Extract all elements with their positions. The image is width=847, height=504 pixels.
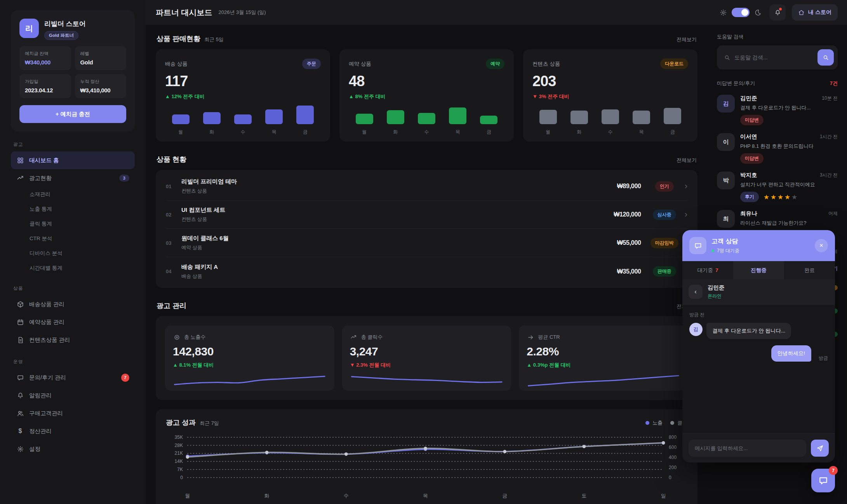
sidebar-item-settlement[interactable]: $ 정산관리 — [11, 422, 135, 440]
sales-section-subtitle: 최근 5일 — [204, 36, 224, 43]
impressions-sparkline — [173, 369, 327, 389]
chat-fab-button[interactable]: 7 — [811, 469, 835, 492]
sidebar-item-ads-status[interactable]: 광고현황 3 — [11, 169, 135, 187]
clicks-sparkline — [350, 369, 504, 389]
ads-section-head: 광고 관리 전체보기 — [157, 301, 697, 310]
product-row[interactable]: 02 UI 컴포넌트 세트컨텐츠 상품 ₩120,000 심사중 › — [166, 201, 687, 229]
card-label: 예약 상품 — [349, 61, 371, 68]
products-view-all-link[interactable]: 전체보기 — [677, 157, 697, 164]
topbar-controls: 내 스토어 — [717, 0, 838, 25]
product-type: 예약 상품 — [181, 244, 229, 251]
sidebar-item-notifications[interactable]: 알림관리 — [11, 386, 135, 404]
sidebar-subitem-impressions[interactable]: 노출 통계 — [11, 202, 135, 216]
ad-performance-chart: 07K14K21K28K35K0200400600800월화수목금토일 — [166, 431, 687, 504]
gear-icon — [16, 445, 24, 453]
tile-value: 2.28% — [527, 345, 680, 358]
card-delta: ▼ 3% 전주 대비 — [532, 93, 688, 100]
sidebar-item-inquiries[interactable]: 문의/후기 관리 7 — [11, 369, 135, 386]
sidebar-item-shipping-products[interactable]: 배송상품 관리 — [11, 295, 135, 313]
product-status-badge: 심사중 — [653, 210, 676, 220]
sales-card-shipping: 배송 상품 주문 117 ▲ 12% 전주 대비 월화수목금 — [156, 49, 330, 142]
tile-label: 총 노출수 — [184, 334, 206, 341]
product-name: UI 컴포넌트 세트 — [181, 206, 225, 214]
bar-label: 수 — [608, 129, 613, 135]
nav-section-products: 상품 — [13, 286, 132, 291]
send-icon[interactable] — [811, 440, 829, 457]
ad-performance-card: 광고 성과 최근 7일 노출 클릭 07K14K21K28K35K0200400… — [156, 409, 697, 504]
chevron-right-icon[interactable]: › — [685, 210, 687, 219]
incoming-message-bubble: 결제 후 다운로드가 안 됩니다... — [706, 323, 791, 339]
bar-label: 화 — [393, 129, 398, 135]
chat-fab-badge: 7 — [829, 466, 838, 475]
svg-text:화: 화 — [264, 493, 270, 499]
sidebar-subitem-devices[interactable]: 디바이스 분석 — [11, 246, 135, 261]
tab-done[interactable]: 완료 — [784, 261, 835, 279]
card-badge: 주문 — [302, 59, 321, 69]
profile-head: 리 리빌더 스토어 Gold 파트너 — [19, 19, 126, 40]
inquiry-name: 김민준 — [740, 95, 757, 102]
search-submit-button[interactable] — [817, 49, 834, 66]
tab-waiting[interactable]: 대기중7 — [682, 261, 733, 279]
sidebar-subitem-hourly[interactable]: 시간대별 통계 — [11, 261, 135, 275]
tab-in-progress[interactable]: 진행중 — [733, 261, 784, 279]
legend-label: 노출 — [652, 419, 663, 426]
products-list-card: 01 리빌더 프리미엄 테마컨텐츠 상품 ₩89,000 인기 › 02 UI … — [156, 170, 697, 288]
sidebar-item-content-products[interactable]: 컨텐츠상품 관리 — [11, 331, 135, 349]
product-row[interactable]: 01 리빌더 프리미엄 테마컨텐츠 상품 ₩89,000 인기 › — [166, 172, 687, 201]
card-value: 117 — [165, 73, 321, 90]
products-section-title: 상품 현황 — [157, 155, 186, 164]
back-icon[interactable]: ‹ — [689, 285, 703, 299]
products-section-head: 상품 현황 전체보기 — [157, 155, 697, 164]
product-rank: 03 — [166, 240, 181, 246]
inquiry-text: 라이선스 재발급 가능한가요? — [740, 220, 838, 227]
svg-text:일: 일 — [661, 493, 666, 499]
help-search-input[interactable] — [734, 54, 814, 61]
theme-toggle[interactable] — [732, 8, 750, 17]
search-icon — [724, 54, 730, 61]
store-identity: 리빌더 스토어 Gold 파트너 — [44, 19, 86, 40]
document-icon — [16, 336, 24, 344]
chevron-right-icon[interactable]: › — [685, 182, 687, 191]
booking-daily-bars: 월화수목금 — [349, 100, 504, 135]
sales-card-content: 컨텐츠 상품 다운로드 203 ▼ 3% 전주 대비 월화수목금 — [523, 49, 697, 142]
notifications-button[interactable] — [769, 4, 786, 21]
sidebar-item-label: 예약상품 관리 — [29, 319, 64, 326]
sidebar-subitem-clicks[interactable]: 클릭 통계 — [11, 216, 135, 231]
sidebar-subitem-materials[interactable]: 소재관리 — [11, 187, 135, 202]
product-row[interactable]: 04 배송 패키지 A배송 상품 ₩35,000 판매중 › — [166, 257, 687, 286]
svg-text:0: 0 — [180, 475, 183, 480]
inquiry-item[interactable]: 이 이서연1시간 전 PHP 8.1 환경 호환 문의드립니다 미답변 — [717, 133, 838, 164]
stat-label: 누적 정산 — [80, 79, 121, 85]
calendar-icon — [16, 318, 24, 326]
sidebar-subitem-ctr[interactable]: CTR 분석 — [11, 231, 135, 246]
stat-value: 2023.04.12 — [25, 87, 66, 94]
bar-column: 월 — [349, 100, 380, 135]
ads-section-title: 광고 관리 — [157, 301, 186, 310]
box-icon — [16, 300, 24, 308]
sidebar-item-customers[interactable]: 구매고객관리 — [11, 404, 135, 422]
chat-message-input[interactable] — [689, 440, 806, 457]
chat-bubble-icon — [16, 374, 24, 381]
product-rank: 04 — [166, 268, 181, 274]
sidebar-item-dashboard-home[interactable]: 대시보드 홈 — [11, 151, 135, 169]
stat-deposit: 예치금 잔액 ₩340,000 — [19, 46, 71, 70]
sidebar-item-booking-products[interactable]: 예약상품 관리 — [11, 313, 135, 331]
product-row[interactable]: 03 원데이 클래스 6월예약 상품 ₩55,000 마감임박 › — [166, 229, 687, 257]
inquiry-status-badge: 미답변 — [740, 153, 764, 164]
charge-deposit-button[interactable]: + 예치금 충전 — [19, 105, 126, 123]
sidebar-item-label: 배송상품 관리 — [29, 301, 64, 308]
sidebar-item-settings[interactable]: 설정 — [11, 440, 135, 458]
bar-column: 수 — [595, 100, 626, 135]
bar-column: 월 — [532, 100, 564, 135]
close-icon[interactable]: × — [815, 239, 828, 252]
my-store-button[interactable]: 내 스토어 — [792, 4, 838, 21]
card-value: 48 — [349, 73, 504, 90]
sidebar-item-label: 설정 — [29, 445, 40, 453]
product-type: 컨텐츠 상품 — [181, 216, 225, 223]
performance-title: 광고 성과 — [166, 418, 196, 427]
svg-text:400: 400 — [669, 455, 677, 460]
inquiry-item[interactable]: 김 김민준10분 전 결제 후 다운로드가 안 됩니다... 미답변 — [717, 95, 838, 125]
sales-view-all-link[interactable]: 전체보기 — [677, 36, 697, 43]
inquiry-item[interactable]: 박 박지호3시간 전 설치가 너무 편하고 직관적이에요 후기 ★★★★★ — [717, 171, 838, 202]
product-price: ₩55,000 — [617, 239, 641, 246]
